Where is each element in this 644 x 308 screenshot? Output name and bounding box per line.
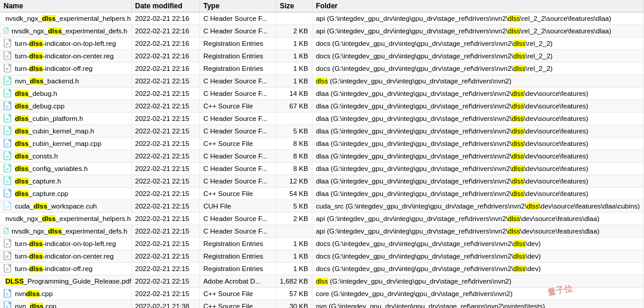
file-date-cell: 2022-02-21 22:15 xyxy=(131,288,199,300)
table-row[interactable]: H nvsdk_ngx_dlss_experimental_helpers.h2… xyxy=(0,213,644,225)
folder-text: docs (G:\integdev_gpu_drv\integ\gpu_drv\… xyxy=(316,40,553,47)
file-name-cell: H dlss_cubin_kernel_map.h xyxy=(0,125,131,138)
file-list-container[interactable]: Name Date modified Type Size Folder H nv… xyxy=(0,0,644,308)
name-highlight: dlss xyxy=(15,153,29,160)
file-folder-cell: dlaa (G:\integdev_gpu_drv\integ\gpu_drv\… xyxy=(312,163,643,175)
file-folder-cell: docs (G:\integdev_gpu_drv\integ\gpu_drv\… xyxy=(312,250,643,263)
name-highlight: dlss xyxy=(15,115,29,122)
table-row[interactable]: H nvn_dlss_backend.h2022-02-21 22:15C He… xyxy=(0,75,644,88)
table-row[interactable]: H nvsdk_ngx_dlss_experimental_defs.h2022… xyxy=(0,25,644,38)
name-suffix: -indicator-on-center.reg xyxy=(43,52,114,60)
table-row[interactable]: R turn-dlss-indicator-off.reg2022-02-21 … xyxy=(0,63,644,75)
table-row[interactable]: H dlss_cubin_platform.h2022-02-21 22:15C… xyxy=(0,113,644,125)
folder-suffix: (G:\integdev_gpu_drv\integ\gpu_drv\stage… xyxy=(328,278,512,285)
name-suffix: _workspace.cuh xyxy=(47,203,97,210)
file-type-cell: C Header Source F... xyxy=(199,75,275,88)
folder-prefix: dlaa (G:\integdev_gpu_drv\integ\gpu_drv\… xyxy=(316,153,512,160)
folder-text: dlaa (G:\integdev_gpu_drv\integ\gpu_drv\… xyxy=(316,153,589,160)
table-row[interactable]: R turn-dlss-indicator-on-center.reg2022-… xyxy=(0,50,644,63)
file-name-text: dlss_capture.cpp xyxy=(15,190,69,197)
file-name-cell: R turn-dlss-indicator-on-center.reg xyxy=(0,50,131,63)
folder-prefix: dlaa (G:\integdev_gpu_drv\integ\gpu_drv\… xyxy=(316,127,512,135)
folder-suffix: \dev) xyxy=(525,253,541,260)
svg-text:R: R xyxy=(6,67,9,71)
table-row[interactable]: C dlss_cubin_kernel_map.cpp2022-02-21 22… xyxy=(0,138,644,150)
file-date-cell: 2022-02-21 22:15 xyxy=(131,275,199,288)
file-date-cell: 2022-02-21 22:15 xyxy=(131,163,199,175)
col-header-folder[interactable]: Folder xyxy=(312,0,643,13)
file-name-cell: P DLSS_Programming_Guide_Release.pdf xyxy=(0,275,131,288)
file-name-text: turn-dlss-indicator-on-top-left.reg xyxy=(15,240,116,247)
table-row[interactable]: C dlss_debug.cpp2022-02-21 22:15C++ Sour… xyxy=(0,100,644,113)
col-header-type[interactable]: Type xyxy=(199,0,275,13)
file-name-text: turn-dlss-indicator-on-center.reg xyxy=(15,52,114,60)
table-row[interactable]: H dlss_config_variables.h2022-02-21 22:1… xyxy=(0,163,644,175)
folder-highlight: dlss xyxy=(316,77,328,85)
table-row[interactable]: H dlss_cubin_kernel_map.h2022-02-21 22:1… xyxy=(0,125,644,138)
col-header-size[interactable]: Size xyxy=(276,0,312,13)
table-row[interactable]: C dlss_capture.cpp2022-02-21 22:15C++ So… xyxy=(0,188,644,200)
table-row[interactable]: R turn-dlss-indicator-off.reg2022-02-21 … xyxy=(0,263,644,275)
name-highlight: dlss xyxy=(29,253,43,260)
file-name-text: cuda_dlss_workspace.cuh xyxy=(15,203,97,210)
table-row[interactable]: R turn-dlss-indicator-on-top-left.reg202… xyxy=(0,238,644,250)
file-folder-cell: docs (G:\integdev_gpu_drv\integ\gpu_drv\… xyxy=(312,63,643,75)
table-row[interactable]: P DLSS_Programming_Guide_Release.pdf2022… xyxy=(0,275,644,288)
file-type-cell: C Header Source F... xyxy=(199,25,275,38)
table-row[interactable]: U cuda_dlss_workspace.cuh2022-02-21 22:1… xyxy=(0,200,644,213)
file-name-text: DLSS_Programming_Guide_Release.pdf xyxy=(5,278,131,285)
file-name-cell: R turn-dlss-indicator-on-center.reg xyxy=(0,250,131,263)
file-size-cell: 5 KB xyxy=(276,125,312,138)
folder-text: dlaa (G:\integdev_gpu_drv\integ\gpu_drv\… xyxy=(316,90,589,97)
col-header-name[interactable]: Name xyxy=(0,0,131,13)
table-row[interactable]: C nvndlss.cpp2022-02-21 22:15C++ Source … xyxy=(0,288,644,300)
table-row[interactable]: H dlss_capture.h2022-02-21 22:15C Header… xyxy=(0,175,644,188)
name-highlight: DLSS xyxy=(5,278,24,285)
name-suffix: -indicator-off.reg xyxy=(43,65,93,72)
folder-text: docs (G:\integdev_gpu_drv\integ\gpu_drv\… xyxy=(316,253,541,260)
folder-prefix: docs (G:\integdev_gpu_drv\integ\gpu_drv\… xyxy=(316,253,513,260)
table-row[interactable]: H nvsdk_ngx_dlss_experimental_defs.h2022… xyxy=(0,225,644,238)
file-name-cell: C nvn_dlss.cpp xyxy=(0,300,131,309)
file-name-text: dlss_cubin_platform.h xyxy=(15,115,83,122)
folder-text: dlaa (G:\integdev_gpu_drv\integ\gpu_drv\… xyxy=(316,102,589,110)
name-highlight: dlss xyxy=(29,265,43,272)
file-size-cell: 2 KB xyxy=(276,25,312,38)
col-header-date[interactable]: Date modified xyxy=(131,0,199,13)
table-row[interactable]: H dlss_debug.h2022-02-21 22:15C Header S… xyxy=(0,88,644,100)
folder-suffix: \dev\source\features) xyxy=(524,178,589,185)
folder-prefix: nvn (G:\integdev_gpu_drv\integ\gpu_drv\s… xyxy=(316,303,545,308)
file-date-cell: 2022-02-21 22:15 xyxy=(131,238,199,250)
table-row[interactable]: R turn-dlss-indicator-on-top-left.reg202… xyxy=(0,38,644,50)
file-date-cell: 2022-02-21 22:15 xyxy=(131,113,199,125)
name-suffix: _config_variables.h xyxy=(29,165,88,172)
file-size-cell: 1 KB xyxy=(276,238,312,250)
folder-text: dlss (G:\integdev_gpu_drv\integ\gpu_drv\… xyxy=(316,77,512,85)
folder-highlight: dlss xyxy=(508,27,520,35)
table-row[interactable]: C nvn_dlss.cpp2022-02-21 21:38C++ Source… xyxy=(0,300,644,309)
file-name-cell: C dlss_capture.cpp xyxy=(0,188,131,200)
folder-text: dlaa (G:\integdev_gpu_drv\integ\gpu_drv\… xyxy=(316,115,589,122)
file-name-cell: H nvsdk_ngx_dlss_experimental_helpers.h xyxy=(0,13,131,25)
name-suffix: _capture.cpp xyxy=(29,190,69,197)
folder-highlight: dlss xyxy=(512,127,524,135)
table-row[interactable]: H nvsdk_ngx_dlss_experimental_helpers.h2… xyxy=(0,13,644,25)
file-name-text: nvn_dlss_backend.h xyxy=(15,77,79,85)
folder-highlight: dlss xyxy=(512,102,524,110)
file-date-cell: 2022-02-21 22:16 xyxy=(131,38,199,50)
folder-text: api (G:\integdev_gpu_drv\integ\gpu_drv\s… xyxy=(316,228,600,235)
file-size-cell xyxy=(276,113,312,125)
name-prefix: nvsdk_ngx_ xyxy=(5,215,42,222)
svg-text:R: R xyxy=(6,42,9,46)
folder-suffix: \rel_2_2) xyxy=(525,40,552,47)
file-folder-cell: cuda_src (G:\integdev_gpu_drv\integ\gpu_… xyxy=(312,200,643,213)
folder-suffix: \rel_2_2\source\features\dlaa) xyxy=(520,15,611,22)
folder-suffix: (G:\integdev_gpu_drv\integ\gpu_drv\stage… xyxy=(328,77,512,85)
table-row[interactable]: H dlss_consts.h2022-02-21 22:15C Header … xyxy=(0,150,644,163)
file-name-cell: R turn-dlss-indicator-on-top-left.reg xyxy=(0,238,131,250)
file-type-cell: C++ Source File xyxy=(199,288,275,300)
folder-text: core (G:\integdev_gpu_drv\integ\gpu_drv\… xyxy=(316,290,513,297)
name-suffix: _backend.h xyxy=(44,77,79,85)
table-row[interactable]: R turn-dlss-indicator-on-center.reg2022-… xyxy=(0,250,644,263)
file-folder-cell: dlaa (G:\integdev_gpu_drv\integ\gpu_drv\… xyxy=(312,175,643,188)
